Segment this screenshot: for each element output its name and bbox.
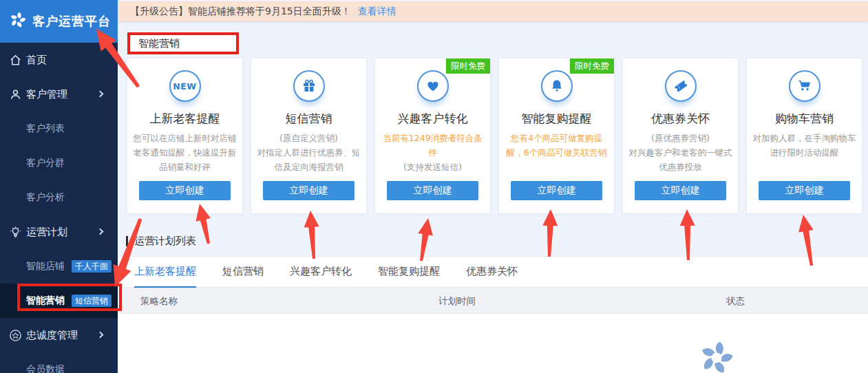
plan-list-section-header: 运营计划列表 [126,235,196,248]
heart-icon [417,70,449,102]
card-title: 购物车营销 [747,111,862,127]
lightbulb-icon [9,226,22,239]
page-title-annotation-box: 智能营销 [127,32,239,54]
sidebar-item-label: 客户列表 [26,122,65,135]
card-subtitle: (支持发送短信) [381,160,485,174]
card-new-arrival-reminder: NEW 上新老客提醒 您可以在店铺上新时对店铺老客通知提醒，快速提升新品销量和好… [127,58,242,213]
card-description: 对兴趣客户和老客的一键式优惠券投放 [628,145,733,174]
sidebar-item-customer-management[interactable]: 客户管理 [0,77,118,111]
card-description: 对指定人群进行优惠券、短信及定向海报营销 [257,145,361,174]
card-repurchase-reminder: 限时免费 智能复购提醒 您有4个商品可做复购提醒，6个商品可做关联营销 立即创建 [499,58,614,213]
sidebar-nav: 首页 客户管理 客户列表 客户分群 客户分析 [0,43,118,373]
sidebar-item-label: 忠诚度管理 [26,329,78,342]
column-plan-time: 计划时间 [438,288,476,314]
card-highlight: 当前有1249消费者符合条件 [381,131,485,160]
create-now-button[interactable]: 立即创建 [139,181,231,200]
tab-interest-conversion[interactable]: 兴趣客户转化 [290,257,352,287]
sidebar-item-label: 会员数据 [26,363,65,373]
page-title: 智能营销 [130,37,180,50]
card-subtitle: (原自定义营销) [257,131,361,145]
notice-text: 【升级公告】智能店铺推荐将于9月15日全面升级！ [130,6,351,18]
tab-sms-marketing[interactable]: 短信营销 [222,257,264,287]
marketing-cards: NEW 上新老客提醒 您可以在店铺上新时对店铺老客通知提醒，快速提升新品销量和好… [127,58,862,213]
gift-icon [293,70,325,102]
create-now-button[interactable]: 立即创建 [759,181,850,200]
card-highlight: 您有4个商品可做复购提醒，6个商品可做关联营销 [505,131,609,160]
limited-free-badge: 限时免费 [446,58,490,74]
sidebar-item-label: 客户分群 [26,157,65,169]
loading-spinner-icon [698,339,735,373]
plan-list-panel: 上新老客提醒 短信营销 兴趣客户转化 智能复购提醒 优惠券关怀 策略名称 计划时… [118,256,868,373]
sidebar-item-customer-segment[interactable]: 客户分群 [0,146,118,180]
sidebar-badge: 千人千面 [72,260,112,273]
sidebar-item-customer-analysis[interactable]: 客户分析 [0,180,118,215]
sidebar-item-label: 首页 [26,54,47,67]
card-title: 上新老客提醒 [127,111,242,127]
sidebar-item-label: 客户分析 [26,191,65,204]
pinwheel-logo-icon [9,11,27,32]
app-window: 客户运营平台 首页 客户管理 [0,0,868,373]
ticket-icon [665,70,697,102]
cart-icon [789,70,821,102]
table-header-row: 策略名称 计划时间 状态 [118,288,868,314]
annotation-arrow [542,209,558,257]
app-title: 客户运营平台 [32,13,111,30]
sidebar: 客户运营平台 首页 客户管理 [0,0,118,373]
view-details-link[interactable]: 查看详情 [358,6,396,18]
sidebar-item-smart-shop[interactable]: 智能店铺 千人千面 [0,249,118,284]
home-icon [9,54,22,67]
sidebar-item-smart-marketing[interactable]: 智能营销 短信营销 [0,284,118,318]
sidebar-item-label: 客户管理 [26,88,67,101]
card-subtitle: (原优惠券营销) [628,131,733,145]
annotation-arrow [680,209,695,260]
card-description: 对加购人群，在手淘购物车进行限时活动提醒 [752,131,857,160]
limited-free-badge: 限时免费 [570,58,614,74]
section-marker-bar [126,236,128,246]
card-title: 短信营销 [251,111,366,127]
tab-coupon-care[interactable]: 优惠券关怀 [466,257,518,287]
users-icon [9,88,22,101]
annotation-arrow [304,211,319,259]
card-title: 兴趣客户转化 [375,111,490,127]
sidebar-item-home[interactable]: 首页 [0,43,118,77]
card-description: 您可以在店铺上新时对店铺老客通知提醒，快速提升新品销量和好评 [133,131,237,174]
column-status: 状态 [726,288,745,314]
card-title: 优惠券关怀 [623,111,738,127]
sidebar-item-customer-list[interactable]: 客户列表 [0,111,118,146]
annotation-arrow [418,218,433,261]
star-circle-icon [9,329,22,342]
sidebar-item-member-data[interactable]: 会员数据 [0,352,118,373]
sidebar-badge: 短信营销 [72,295,112,307]
sidebar-item-label: 智能店铺 [26,260,65,273]
sidebar-item-label: 运营计划 [26,226,67,239]
section-title: 运营计划列表 [134,235,196,248]
create-now-button[interactable]: 立即创建 [387,181,478,200]
column-strategy-name: 策略名称 [140,288,178,314]
new-badge-icon: NEW [169,70,201,102]
chevron-right-icon [97,332,104,339]
tab-new-arrival-reminder[interactable]: 上新老客提醒 [134,257,196,288]
create-now-button[interactable]: 立即创建 [263,181,354,200]
chevron-right-icon [97,91,104,98]
card-sms-marketing: 短信营销 (原自定义营销) 对指定人群进行优惠券、短信及定向海报营销 立即创建 [251,58,366,213]
bell-icon [541,70,573,102]
create-now-button[interactable]: 立即创建 [511,181,602,200]
tab-repurchase-reminder[interactable]: 智能复购提醒 [378,257,440,287]
card-title: 智能复购提醒 [499,111,614,127]
upgrade-notice-bar: 【升级公告】智能店铺推荐将于9月15日全面升级！ 查看详情 [118,1,868,21]
chevron-right-icon [97,228,104,235]
app-logo[interactable]: 客户运营平台 [0,0,118,43]
plan-tabs: 上新老客提醒 短信营销 兴趣客户转化 智能复购提醒 优惠券关怀 [118,257,868,288]
sidebar-item-loyalty-management[interactable]: 忠诚度管理 [0,318,118,352]
create-now-button[interactable]: 立即创建 [635,181,726,200]
sidebar-item-label: 智能营销 [26,295,65,307]
card-interest-conversion: 限时免费 兴趣客户转化 当前有1249消费者符合条件 (支持发送短信) 立即创建 [375,58,490,213]
sidebar-item-operation-plan[interactable]: 运营计划 [0,215,118,249]
card-cart-marketing: 购物车营销 对加购人群，在手淘购物车进行限时活动提醒 立即创建 [747,58,862,213]
card-coupon-care: 优惠券关怀 (原优惠券营销) 对兴趣客户和老客的一键式优惠券投放 立即创建 [623,58,738,213]
